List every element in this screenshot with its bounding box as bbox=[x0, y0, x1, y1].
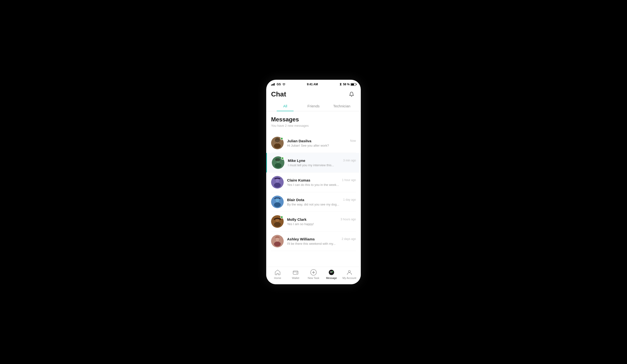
message-preview-mike: I must tell you my interview this... bbox=[288, 163, 356, 167]
svg-point-13 bbox=[275, 179, 279, 183]
home-icon bbox=[274, 269, 281, 275]
message-body-claire: Claire Kumas 1 hour ago Yes I can do thi… bbox=[287, 178, 356, 187]
plus-circle-icon bbox=[310, 269, 317, 275]
svg-point-25 bbox=[275, 238, 279, 242]
status-right: 58 % bbox=[339, 83, 356, 86]
message-preview-claire: Yes I can do this to you in the week... bbox=[287, 183, 356, 187]
message-item-blair[interactable]: Blair Dota 1 day ago By the way, did not… bbox=[271, 192, 356, 212]
message-body-blair: Blair Dota 1 day ago By the way, did not… bbox=[287, 198, 356, 206]
message-item-mike[interactable]: Mike Lyne 3 min ago I must tell you my i… bbox=[266, 153, 361, 173]
status-left: GS bbox=[271, 83, 286, 86]
content-area: Messages You have 2 new messages bbox=[266, 111, 361, 267]
sender-name-mike: Mike Lyne bbox=[288, 158, 305, 163]
svg-point-24 bbox=[274, 242, 281, 246]
message-body-ashley: Ashley Williams 2 days ago I'll be there… bbox=[287, 237, 356, 245]
message-body-molly: Molly Clark 3 hours ago Yes I am so happ… bbox=[287, 217, 356, 226]
wallet-icon bbox=[292, 269, 299, 275]
messages-subtitle: You have 2 new messages bbox=[271, 124, 356, 128]
header: Chat bbox=[266, 88, 361, 101]
message-item-claire[interactable]: Claire Kumas 1 hour ago Yes I can do thi… bbox=[271, 173, 356, 192]
online-indicator-mike bbox=[281, 157, 284, 160]
svg-point-27 bbox=[297, 273, 297, 273]
sender-name-julian: Julian Dasilva bbox=[287, 139, 311, 143]
account-icon bbox=[346, 269, 353, 275]
svg-point-12 bbox=[274, 183, 281, 187]
message-time-claire: 1 hour ago bbox=[342, 178, 356, 182]
avatar-wrap-blair bbox=[271, 196, 284, 208]
svg-point-20 bbox=[274, 222, 281, 227]
svg-rect-26 bbox=[293, 271, 298, 274]
svg-rect-9 bbox=[275, 158, 280, 161]
status-bar: GS 9:41 AM 58 % bbox=[266, 80, 361, 88]
tab-all[interactable]: All bbox=[271, 101, 299, 111]
message-preview-molly: Yes I am so happy! bbox=[287, 222, 356, 226]
message-time-blair: 1 day ago bbox=[343, 198, 356, 201]
avatar-wrap-claire bbox=[271, 176, 284, 188]
message-body-julian: Julian Dasilva Now Hi Julian! See you af… bbox=[287, 139, 356, 147]
message-item-molly[interactable]: Molly Clark 3 hours ago Yes I am so happ… bbox=[271, 212, 356, 231]
svg-point-31 bbox=[348, 271, 350, 273]
message-time-mike: 3 min ago bbox=[343, 159, 356, 162]
message-time-julian: Now bbox=[350, 139, 356, 142]
nav-new-task-label: New Task bbox=[308, 276, 319, 279]
nav-my-account[interactable]: My Account bbox=[340, 269, 358, 279]
online-indicator-molly bbox=[280, 216, 283, 219]
svg-point-30 bbox=[332, 271, 333, 273]
sender-name-molly: Molly Clark bbox=[287, 217, 307, 222]
phone-frame: GS 9:41 AM 58 % Chat bbox=[266, 80, 361, 284]
svg-point-17 bbox=[275, 198, 279, 202]
signal-bars bbox=[271, 83, 275, 86]
message-body-mike: Mike Lyne 3 min ago I must tell you my i… bbox=[288, 158, 356, 167]
message-item-ashley[interactable]: Ashley Williams 2 days ago I'll be there… bbox=[271, 231, 356, 251]
nav-home[interactable]: Home bbox=[269, 269, 287, 279]
tab-friends[interactable]: Friends bbox=[299, 101, 328, 111]
avatar-claire bbox=[271, 176, 284, 188]
message-time-molly: 3 hours ago bbox=[341, 218, 356, 221]
message-icon bbox=[328, 269, 335, 275]
notification-bell-button[interactable] bbox=[347, 90, 356, 99]
message-time-ashley: 2 days ago bbox=[342, 237, 356, 241]
svg-point-4 bbox=[275, 138, 280, 142]
svg-point-16 bbox=[274, 202, 281, 207]
avatar-blair bbox=[271, 196, 284, 208]
message-item-julian[interactable]: Julian Dasilva Now Hi Julian! See you af… bbox=[271, 133, 356, 153]
nav-message-label: Message bbox=[326, 276, 337, 279]
sender-name-blair: Blair Dota bbox=[287, 198, 304, 202]
tab-technician[interactable]: Technician bbox=[328, 101, 356, 111]
nav-my-account-label: My Account bbox=[343, 276, 356, 279]
nav-wallet[interactable]: Wallet bbox=[287, 269, 305, 279]
avatar-wrap-mike bbox=[272, 156, 284, 169]
carrier-text: GS bbox=[277, 83, 281, 86]
nav-wallet-label: Wallet bbox=[292, 276, 299, 279]
page-title: Chat bbox=[271, 91, 286, 98]
avatar-wrap-molly bbox=[271, 215, 284, 228]
message-preview-julian: Hi Julian! See you after work? bbox=[287, 144, 356, 147]
nav-message[interactable]: Message bbox=[322, 269, 340, 279]
battery-text: 58 % bbox=[343, 83, 350, 86]
nav-home-label: Home bbox=[274, 276, 281, 279]
status-time: 9:41 AM bbox=[307, 83, 318, 86]
online-indicator-julian bbox=[280, 137, 283, 140]
svg-point-7 bbox=[275, 163, 281, 168]
tabs-container: All Friends Technician bbox=[266, 101, 361, 111]
sender-name-claire: Claire Kumas bbox=[287, 178, 310, 182]
wifi-icon bbox=[282, 83, 286, 86]
avatar-ashley bbox=[271, 235, 284, 247]
bluetooth-icon bbox=[339, 83, 342, 86]
battery-icon bbox=[351, 83, 356, 86]
message-list: Julian Dasilva Now Hi Julian! See you af… bbox=[271, 133, 356, 251]
avatar-wrap-ashley bbox=[271, 235, 284, 247]
avatar-wrap-julian bbox=[271, 137, 284, 149]
messages-title: Messages bbox=[271, 116, 356, 123]
sender-name-ashley: Ashley Williams bbox=[287, 237, 315, 241]
nav-new-task[interactable]: New Task bbox=[305, 269, 322, 279]
svg-point-2 bbox=[274, 143, 281, 148]
bottom-nav: Home Wallet New Task bbox=[266, 267, 361, 284]
message-preview-ashley: I'll be there this weekend with my... bbox=[287, 242, 356, 245]
message-preview-blair: By the way, did not you see my dog... bbox=[287, 203, 356, 206]
